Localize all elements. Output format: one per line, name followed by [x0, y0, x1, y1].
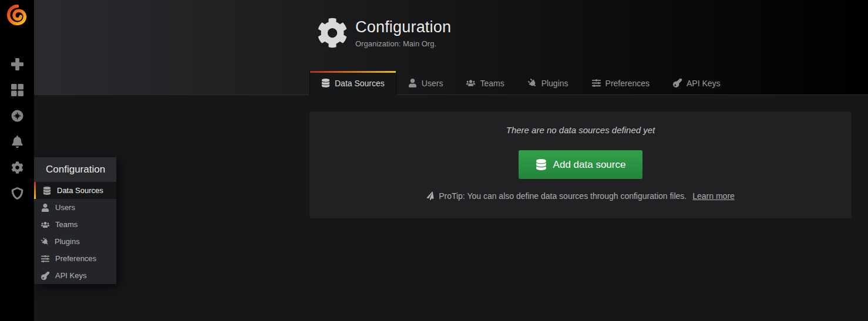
- sidebar-item-alerting[interactable]: [0, 129, 34, 154]
- shield-icon: [11, 187, 23, 200]
- sidebar-item-configuration[interactable]: [0, 154, 34, 180]
- sidebar-item-explore[interactable]: [0, 103, 34, 129]
- sidebar-item-server-admin[interactable]: [0, 180, 34, 206]
- sidebar-nav: [0, 51, 34, 206]
- flyout-item-users[interactable]: Users: [34, 199, 116, 216]
- bell-icon: [11, 136, 23, 148]
- flyout-item-label: API Keys: [55, 271, 86, 280]
- database-icon: [536, 159, 547, 170]
- grafana-app: Configuration Organization: Main Org. Da…: [0, 0, 868, 321]
- database-icon: [321, 79, 330, 87]
- sidebar-item-dashboards[interactable]: [0, 77, 34, 103]
- gear-icon: [11, 161, 23, 174]
- flyout-menu-title[interactable]: Configuration: [34, 157, 116, 182]
- empty-state-message: There are no data sources defined yet: [506, 125, 655, 135]
- tab-teams[interactable]: Teams: [455, 71, 516, 95]
- flyout-item-api-keys[interactable]: API Keys: [34, 267, 116, 284]
- tab-api-keys[interactable]: API Keys: [661, 71, 732, 95]
- tab-label: Data Sources: [335, 79, 385, 88]
- sliders-icon: [592, 79, 601, 87]
- database-icon: [43, 187, 51, 195]
- gear-icon: [317, 18, 348, 48]
- compass-icon: [11, 110, 23, 122]
- tab-label: Preferences: [605, 79, 650, 88]
- flyout-item-data-sources[interactable]: Data Sources: [34, 182, 116, 199]
- tab-label: Teams: [480, 79, 504, 88]
- protip-text: ProTip: You can also define data sources…: [439, 191, 687, 201]
- plus-icon: [11, 58, 23, 70]
- page-title-block: Configuration Organization: Main Org.: [317, 18, 451, 48]
- flyout-item-label: Users: [55, 203, 75, 212]
- flyout-item-teams[interactable]: Teams: [34, 216, 116, 233]
- tab-preferences[interactable]: Preferences: [580, 71, 661, 95]
- sliders-icon: [41, 255, 49, 263]
- flyout-item-label: Data Sources: [57, 186, 103, 195]
- flyout-item-label: Preferences: [55, 254, 96, 263]
- sidebar: [0, 0, 34, 321]
- user-icon: [408, 79, 417, 87]
- sidebar-item-create[interactable]: [0, 51, 34, 77]
- page-header: Configuration Organization: Main Org. Da…: [34, 0, 868, 95]
- tab-plugins[interactable]: Plugins: [516, 71, 580, 95]
- user-icon: [41, 204, 49, 212]
- tab-users[interactable]: Users: [396, 71, 455, 95]
- grafana-logo[interactable]: [0, 2, 34, 28]
- add-data-source-label: Add data source: [553, 159, 626, 171]
- empty-datasources-panel: There are no data sources defined yet Ad…: [309, 111, 852, 218]
- rocket-icon: [425, 191, 435, 201]
- tab-label: API Keys: [687, 79, 721, 88]
- flyout-item-label: Plugins: [55, 237, 80, 246]
- tab-bar: Data Sources Users Teams Plugins Prefere…: [309, 71, 732, 95]
- protip: ProTip: You can also define data sources…: [426, 191, 735, 201]
- tab-label: Plugins: [541, 79, 568, 88]
- flyout-item-label: Teams: [55, 220, 78, 229]
- tab-label: Users: [422, 79, 443, 88]
- users-icon: [466, 79, 475, 87]
- plug-icon: [39, 236, 50, 246]
- key-icon: [673, 79, 682, 87]
- users-icon: [41, 221, 49, 229]
- flyout-item-plugins[interactable]: Plugins: [34, 233, 116, 250]
- flyout-item-preferences[interactable]: Preferences: [34, 250, 116, 267]
- configuration-flyout-menu: Configuration Data Sources Users Teams P…: [34, 157, 116, 284]
- plug-icon: [526, 77, 539, 89]
- dashboards-grid-icon: [11, 84, 23, 96]
- page-subtitle: Organization: Main Org.: [355, 39, 451, 48]
- page-title: Configuration: [355, 18, 451, 36]
- add-data-source-button[interactable]: Add data source: [519, 150, 643, 179]
- key-icon: [41, 272, 49, 280]
- learn-more-link[interactable]: Learn more: [692, 191, 735, 201]
- tab-data-sources[interactable]: Data Sources: [309, 71, 396, 95]
